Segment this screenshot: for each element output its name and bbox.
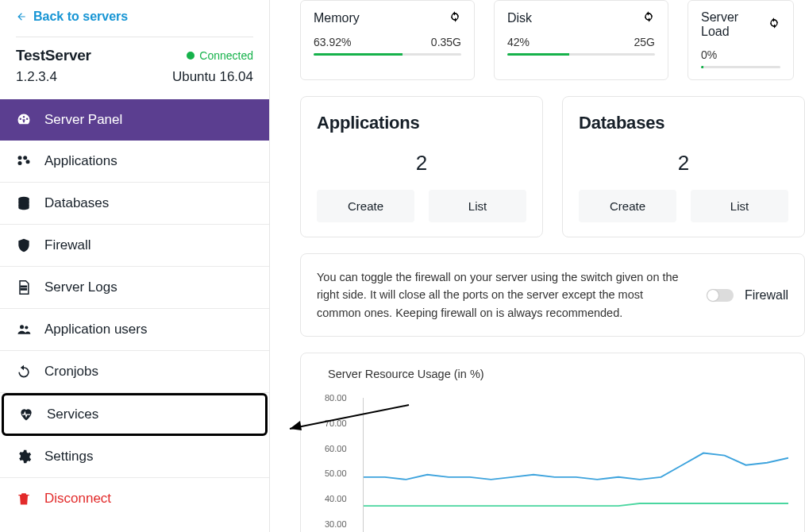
svg-point-2 (18, 161, 22, 165)
stat-bar (314, 53, 461, 56)
refresh-icon[interactable] (642, 10, 655, 26)
arrow-left-icon (16, 11, 27, 22)
card-count: 2 (579, 151, 788, 175)
list-button[interactable]: List (691, 190, 788, 222)
stat-val: 25G (634, 36, 655, 48)
stat-label: Server Load (701, 10, 768, 39)
sidebar-item-label: Settings (44, 449, 93, 465)
refresh-icon[interactable] (768, 17, 780, 33)
stat-pct: 42% (507, 36, 530, 48)
sidebar-item-settings[interactable]: Settings (0, 436, 269, 478)
chart-ytick: 60.00 (325, 444, 347, 453)
sidebar-item-label: Server Panel (44, 112, 122, 128)
sidebar-item-label: Disconnect (44, 491, 111, 507)
chart-plot (363, 398, 788, 532)
sidebar-item-disconnect[interactable]: Disconnect (0, 478, 269, 519)
file-icon (16, 279, 32, 295)
refresh-icon[interactable] (449, 10, 461, 26)
users-icon (16, 322, 32, 337)
sidebar-item-label: Services (47, 407, 98, 422)
sidebar-item-label: Server Logs (44, 279, 117, 295)
sidebar-item-label: Databases (44, 195, 109, 211)
stat-server-load: Server Load0% (688, 0, 794, 80)
firewall-toggle[interactable] (707, 289, 734, 302)
chart-panel: Server Resource Usage (in %) 80.0070.006… (300, 353, 805, 532)
server-info: TestServer Connected 1.2.3.4 Ubuntu 16.0… (0, 47, 269, 99)
stat-pct: 63.92% (314, 36, 351, 48)
shield-icon (16, 237, 32, 253)
sidebar-item-label: Applications (44, 153, 117, 169)
status-dot-icon (187, 52, 195, 60)
gear-icon (16, 449, 32, 465)
back-to-servers-link[interactable]: Back to servers (0, 0, 269, 30)
svg-point-1 (23, 156, 27, 160)
card-count: 2 (317, 151, 526, 175)
chart-ytick: 80.00 (325, 393, 347, 403)
stat-val: 0.35G (431, 36, 461, 48)
dashboard-icon (16, 112, 32, 128)
firewall-panel: You can toggle the firewall on your serv… (300, 253, 805, 337)
server-ip: 1.2.3.4 (16, 69, 57, 85)
redo-icon (16, 364, 32, 380)
chart-ytick: 50.00 (325, 468, 347, 478)
chart-series-seriesA (364, 453, 788, 480)
chart-ytick: 40.00 (325, 494, 347, 503)
stat-pct: 0% (701, 48, 717, 61)
connection-status: Connected (187, 49, 253, 62)
create-button[interactable]: Create (579, 190, 676, 222)
stat-label: Disk (507, 11, 532, 25)
stat-bar (507, 53, 655, 56)
heartbeat-icon (18, 407, 34, 422)
stat-label: Memory (314, 11, 360, 25)
card-title: Databases (579, 113, 788, 133)
svg-point-0 (18, 156, 22, 160)
sidebar-item-services[interactable]: Services (2, 393, 268, 436)
card-title: Applications (317, 113, 526, 133)
firewall-label: Firewall (745, 288, 788, 303)
stat-memory: Memory63.92%0.35G (300, 0, 475, 80)
sidebar-item-server-logs[interactable]: Server Logs (0, 267, 269, 309)
sidebar-item-label: Application users (44, 322, 147, 337)
svg-point-5 (20, 325, 24, 329)
list-button[interactable]: List (429, 190, 526, 222)
stat-bar (701, 66, 780, 68)
stat-disk: Disk42%25G (494, 0, 668, 80)
firewall-description: You can toggle the firewall on your serv… (317, 268, 682, 322)
sidebar-item-applications[interactable]: Applications (0, 141, 269, 183)
database-icon (16, 195, 32, 211)
sidebar-item-application-users[interactable]: Application users (0, 309, 269, 351)
chart-ytick: 30.00 (325, 519, 347, 529)
trash-icon (16, 491, 32, 507)
sidebar-item-label: Cronjobs (44, 364, 98, 380)
svg-point-3 (26, 160, 30, 164)
sidebar-item-firewall[interactable]: Firewall (0, 225, 269, 267)
svg-point-6 (25, 326, 28, 329)
sidebar-item-server-panel[interactable]: Server Panel (0, 99, 269, 141)
sidebar-item-databases[interactable]: Databases (0, 183, 269, 225)
apps-icon (16, 153, 32, 169)
card-applications: Applications2CreateList (300, 96, 543, 237)
sidebar-item-cronjobs[interactable]: Cronjobs (0, 351, 269, 393)
back-label: Back to servers (33, 10, 128, 24)
create-button[interactable]: Create (317, 190, 414, 222)
status-text: Connected (199, 49, 253, 62)
server-os: Ubuntu 16.04 (172, 69, 253, 85)
sidebar-item-label: Firewall (44, 237, 91, 253)
server-name: TestServer (16, 47, 91, 64)
card-databases: Databases2CreateList (562, 96, 805, 237)
divider (16, 37, 253, 37)
chart-series-seriesB (364, 503, 788, 506)
chart-title: Server Resource Usage (in %) (328, 368, 788, 380)
chart-ytick: 70.00 (325, 418, 347, 428)
